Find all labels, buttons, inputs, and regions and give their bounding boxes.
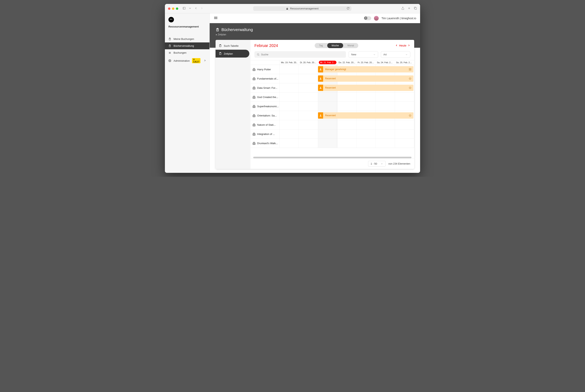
timeline-cell[interactable]	[337, 139, 357, 148]
nav-back-icon[interactable]	[194, 7, 197, 10]
view-month[interactable]: Monat	[343, 43, 358, 48]
prev-period-button[interactable]	[395, 44, 398, 47]
timeline-cell[interactable]	[395, 92, 414, 102]
nav-forward-icon[interactable]	[200, 7, 203, 10]
tabs-icon[interactable]	[414, 7, 417, 10]
window-close-button[interactable]	[168, 8, 170, 10]
app-sidebar: Ressourcenmanagement Meine Buchungen Büc…	[165, 13, 210, 173]
resource-name[interactable]: Data Smart: For...	[250, 83, 280, 92]
resource-name[interactable]: Integration of ...	[250, 130, 280, 138]
view-day[interactable]: Tag	[315, 43, 327, 48]
booking-bar[interactable]: Reserviert	[318, 76, 413, 82]
timeline[interactable]: Mo. 19. Feb. 20..Di. 20. Feb. 2024.Mi. 2…	[250, 60, 414, 157]
version-badge: V 1.0.2.7	[192, 58, 200, 63]
timeline-cell[interactable]	[318, 92, 337, 102]
timeline-cell[interactable]	[299, 111, 318, 120]
timeline-cell[interactable]	[318, 139, 337, 148]
gear-icon	[168, 59, 171, 62]
timeline-cell[interactable]	[280, 74, 299, 83]
timeline-cell[interactable]	[376, 102, 395, 111]
clipboard-icon	[168, 38, 171, 40]
resource-name[interactable]: Drunkard's Walk...	[250, 139, 280, 148]
horizontal-scrollbar[interactable]	[253, 157, 412, 158]
timeline-cell[interactable]	[299, 120, 318, 129]
timeline-cell[interactable]	[357, 130, 376, 138]
user-avatar[interactable]	[374, 16, 379, 20]
timeline-cell[interactable]	[299, 65, 318, 74]
chevron-down-icon[interactable]	[188, 7, 192, 10]
url-bar[interactable]: Ressourcenmanagement	[253, 6, 351, 11]
search-input[interactable]	[261, 53, 344, 56]
menu-toggle-button[interactable]	[214, 16, 218, 21]
breadcrumb[interactable]: ▸ Zeitplan	[216, 33, 414, 36]
timeline-cell[interactable]	[299, 74, 318, 83]
resource-name[interactable]: God Created the...	[250, 92, 280, 102]
sidebar-item-meine-buchungen[interactable]: Meine Buchungen	[165, 36, 209, 42]
resource-row: Data Smart: For... Reserviert	[250, 83, 414, 92]
timeline-cell[interactable]	[376, 130, 395, 138]
resource-name[interactable]: Superfreakonomi...	[250, 102, 280, 111]
sidebar-item-buchungen[interactable]: Buchungen	[165, 49, 209, 56]
theme-toggle[interactable]	[364, 16, 371, 20]
sidebar-toggle-icon[interactable]	[183, 7, 186, 10]
booking-bar[interactable]: Manager genehmigt	[318, 66, 413, 72]
reload-icon[interactable]	[347, 7, 349, 10]
timeline-cell[interactable]	[337, 130, 357, 138]
timeline-cell[interactable]	[337, 92, 357, 102]
timeline-cell[interactable]	[357, 120, 376, 129]
sidebar-item-label: Administration	[173, 59, 190, 62]
timeline-cell[interactable]	[337, 102, 357, 111]
window-minimize-button[interactable]	[172, 8, 174, 10]
svg-point-39	[410, 115, 411, 115]
timeline-cell[interactable]	[357, 92, 376, 102]
timeline-cell[interactable]	[280, 139, 299, 148]
sidebar-item-administration[interactable]: Administration V 1.0.2.7	[165, 56, 209, 65]
timeline-cell[interactable]	[299, 92, 318, 102]
timeline-cell[interactable]	[395, 139, 414, 148]
subnav-item-suchtabelle[interactable]: Such-Tabelle	[216, 42, 249, 50]
filter-new-dropdown[interactable]: New	[349, 51, 378, 58]
today-button[interactable]: Heute	[399, 44, 406, 47]
timeline-cell[interactable]	[280, 83, 299, 92]
timeline-cell[interactable]	[395, 120, 414, 129]
timeline-cell[interactable]	[376, 139, 395, 148]
search-input-wrapper[interactable]	[254, 51, 346, 58]
resource-name[interactable]: Fundamentals of...	[250, 74, 280, 83]
timeline-cell[interactable]	[318, 102, 337, 111]
new-tab-icon[interactable]	[408, 7, 411, 10]
timeline-cell[interactable]	[299, 130, 318, 138]
view-week[interactable]: Woche	[327, 43, 343, 48]
timeline-cell[interactable]	[337, 120, 357, 129]
timeline-cell[interactable]	[376, 92, 395, 102]
timeline-cell[interactable]	[299, 139, 318, 148]
filter-art-dropdown[interactable]: Art	[381, 51, 410, 58]
timeline-cell[interactable]	[280, 130, 299, 138]
booking-bar[interactable]: Reserviert	[318, 112, 413, 118]
timeline-cell[interactable]	[395, 130, 414, 138]
resource-name[interactable]: Harry Potter	[250, 65, 280, 74]
next-period-button[interactable]	[408, 44, 410, 47]
timeline-cell[interactable]	[299, 83, 318, 92]
subnav-item-zeitplan[interactable]: Zeitplan	[216, 50, 249, 58]
timeline-cell[interactable]	[318, 120, 337, 129]
home-icon	[252, 77, 256, 80]
timeline-cell[interactable]	[280, 111, 299, 120]
resource-name[interactable]: Nature of Stati...	[250, 120, 280, 129]
timeline-cell[interactable]	[280, 92, 299, 102]
timeline-cell[interactable]	[357, 102, 376, 111]
share-icon[interactable]	[401, 7, 404, 10]
timeline-cell[interactable]	[318, 130, 337, 138]
timeline-cell[interactable]	[376, 120, 395, 129]
booking-bar[interactable]: Reserviert	[318, 85, 413, 91]
resource-name[interactable]: Orientalism: Sa...	[250, 111, 280, 120]
chevron-down-icon	[381, 162, 383, 165]
timeline-cell[interactable]	[280, 120, 299, 129]
sidebar-item-buecherverwaltung[interactable]: Bücherverwaltung	[165, 42, 209, 49]
timeline-cell[interactable]	[299, 102, 318, 111]
timeline-cell[interactable]	[280, 102, 299, 111]
timeline-cell[interactable]	[395, 102, 414, 111]
window-maximize-button[interactable]	[176, 8, 178, 10]
timeline-cell[interactable]	[280, 65, 299, 74]
page-size-select[interactable]: 1 - 50	[368, 161, 386, 166]
timeline-cell[interactable]	[357, 139, 376, 148]
